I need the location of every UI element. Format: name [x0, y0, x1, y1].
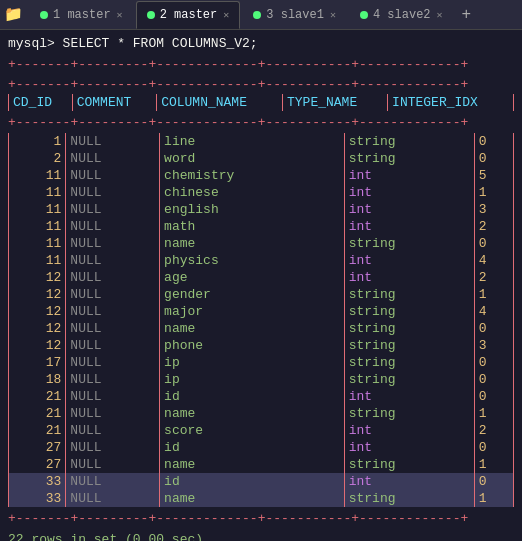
cell-column-name: id	[160, 388, 345, 405]
cell-column-name: chemistry	[160, 167, 345, 184]
cell-integer-idx: 2	[474, 269, 513, 286]
table-row: 33 NULL name string 1	[9, 490, 514, 507]
cell-comment: NULL	[66, 269, 160, 286]
cell-cd-id: 12	[9, 286, 66, 303]
table-row: 12 NULL gender string 1	[9, 286, 514, 303]
cell-integer-idx: 2	[474, 422, 513, 439]
cell-type-name: int	[344, 184, 474, 201]
cell-column-name: chinese	[160, 184, 345, 201]
cell-cd-id: 11	[9, 218, 66, 235]
cell-column-name: phone	[160, 337, 345, 354]
cell-integer-idx: 2	[474, 218, 513, 235]
cell-cd-id: 11	[9, 252, 66, 269]
table-row: 33 NULL id int 0	[9, 473, 514, 490]
cell-column-name: name	[160, 235, 345, 252]
cell-cd-id: 18	[9, 371, 66, 388]
col-header-type_name: TYPE_NAME	[282, 94, 387, 111]
tab-tab2[interactable]: 2 master✕	[136, 1, 241, 29]
cell-cd-id: 11	[9, 167, 66, 184]
cell-integer-idx: 1	[474, 184, 513, 201]
table-row: 27 NULL name string 1	[9, 456, 514, 473]
cell-cd-id: 1	[9, 133, 66, 150]
sql-table-container: +-------+---------+-------------+-------…	[8, 55, 514, 528]
cell-column-name: line	[160, 133, 345, 150]
cell-integer-idx: 0	[474, 473, 513, 490]
cell-cd-id: 11	[9, 201, 66, 218]
cell-type-name: int	[344, 473, 474, 490]
cell-type-name: string	[344, 303, 474, 320]
cell-column-name: gender	[160, 286, 345, 303]
prompt-line: mysql> SELECT * FROM COLUMNS_V2;	[8, 36, 514, 51]
cell-cd-id: 12	[9, 303, 66, 320]
cell-comment: NULL	[66, 490, 160, 507]
cell-integer-idx: 3	[474, 201, 513, 218]
cell-column-name: ip	[160, 371, 345, 388]
cell-type-name: string	[344, 320, 474, 337]
cell-integer-idx: 0	[474, 371, 513, 388]
cell-column-name: ip	[160, 354, 345, 371]
table-row: 12 NULL major string 4	[9, 303, 514, 320]
table-row: 17 NULL ip string 0	[9, 354, 514, 371]
cell-comment: NULL	[66, 354, 160, 371]
cell-type-name: int	[344, 218, 474, 235]
tab-tab3[interactable]: 3 slave1✕	[242, 1, 347, 29]
cell-column-name: name	[160, 490, 345, 507]
table-row: 12 NULL age int 2	[9, 269, 514, 286]
cell-integer-idx: 0	[474, 150, 513, 167]
cell-type-name: string	[344, 235, 474, 252]
table-separator: +-------+---------+-------------+-------…	[8, 75, 514, 95]
cell-comment: NULL	[66, 439, 160, 456]
cell-column-name: id	[160, 439, 345, 456]
cell-column-name: english	[160, 201, 345, 218]
cell-type-name: int	[344, 201, 474, 218]
cell-type-name: string	[344, 405, 474, 422]
cell-cd-id: 21	[9, 388, 66, 405]
cell-integer-idx: 1	[474, 286, 513, 303]
table-separator: +-------+---------+-------------+-------…	[8, 509, 514, 529]
cell-column-name: name	[160, 405, 345, 422]
terminal-area: mysql> SELECT * FROM COLUMNS_V2; +------…	[0, 30, 522, 541]
cell-integer-idx: 4	[474, 252, 513, 269]
cell-cd-id: 21	[9, 422, 66, 439]
cell-integer-idx: 1	[474, 490, 513, 507]
cell-comment: NULL	[66, 456, 160, 473]
cell-comment: NULL	[66, 201, 160, 218]
add-tab-button[interactable]: +	[456, 1, 478, 29]
cell-type-name: string	[344, 150, 474, 167]
cell-type-name: string	[344, 354, 474, 371]
cell-comment: NULL	[66, 167, 160, 184]
cell-type-name: int	[344, 388, 474, 405]
cell-type-name: int	[344, 422, 474, 439]
cell-type-name: string	[344, 456, 474, 473]
cell-integer-idx: 0	[474, 439, 513, 456]
col-header-integer_idx: INTEGER_IDX	[388, 94, 514, 111]
cell-cd-id: 27	[9, 456, 66, 473]
cell-cd-id: 17	[9, 354, 66, 371]
col-header-column_name: COLUMN_NAME	[157, 94, 283, 111]
cell-comment: NULL	[66, 252, 160, 269]
cell-type-name: string	[344, 490, 474, 507]
cell-integer-idx: 5	[474, 167, 513, 184]
tab-tab1[interactable]: 1 master✕	[29, 1, 134, 29]
cell-integer-idx: 0	[474, 235, 513, 252]
cell-integer-idx: 3	[474, 337, 513, 354]
cell-integer-idx: 1	[474, 456, 513, 473]
tab-tab4[interactable]: 4 slave2✕	[349, 1, 454, 29]
cell-integer-idx: 1	[474, 405, 513, 422]
cell-type-name: int	[344, 167, 474, 184]
cell-integer-idx: 4	[474, 303, 513, 320]
cell-comment: NULL	[66, 422, 160, 439]
cell-column-name: physics	[160, 252, 345, 269]
cell-comment: NULL	[66, 133, 160, 150]
cell-type-name: int	[344, 269, 474, 286]
cell-cd-id: 12	[9, 269, 66, 286]
cell-cd-id: 12	[9, 337, 66, 354]
cell-cd-id: 21	[9, 405, 66, 422]
cell-type-name: int	[344, 252, 474, 269]
cell-comment: NULL	[66, 473, 160, 490]
cell-comment: NULL	[66, 405, 160, 422]
cell-column-name: major	[160, 303, 345, 320]
cell-cd-id: 11	[9, 235, 66, 252]
cell-cd-id: 12	[9, 320, 66, 337]
cell-column-name: id	[160, 473, 345, 490]
